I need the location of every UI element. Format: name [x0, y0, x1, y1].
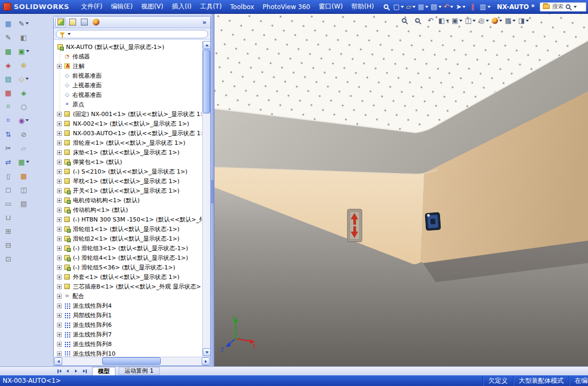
expand-toggle[interactable] [57, 342, 62, 347]
expand-toggle[interactable] [57, 121, 62, 126]
left-toolbar-button[interactable]: ◫ [17, 183, 30, 196]
rebuild-button[interactable]: ‖ [467, 2, 478, 12]
left-toolbar-button[interactable]: ▤ [2, 72, 15, 85]
tree-item[interactable]: 滑轮座<1> (默认<<默认>_显示状态 1>) [54, 138, 202, 147]
left-toolbar-button[interactable]: ⊕ [17, 59, 30, 71]
left-toolbar-button[interactable]: ⇄ [2, 155, 15, 168]
tree-item[interactable]: 局部线性阵列1 [54, 310, 202, 320]
tree-item[interactable]: 派生线性阵列7 [54, 330, 202, 339]
left-toolbar-button[interactable]: ⇅ [2, 128, 15, 141]
left-toolbar-button[interactable]: ▦ [2, 86, 15, 99]
scroll-down-button[interactable] [203, 348, 211, 356]
prev-tab-button[interactable] [63, 367, 72, 375]
left-toolbar-button[interactable]: ⊞ [2, 225, 15, 237]
tree-item[interactable]: (-) HTBN 300 S3M -150<1> (默认<<默认>_外 [54, 215, 202, 224]
tree-item[interactable]: 传感器 [54, 52, 202, 61]
tree-item[interactable]: 弹簧包<1> (默认) [54, 157, 202, 167]
first-tab-button[interactable] [55, 367, 63, 375]
left-toolbar-button[interactable]: ▣ [17, 45, 30, 58]
menu-item[interactable]: 视图(V) [137, 1, 168, 13]
menu-item[interactable]: 帮助(H) [347, 1, 378, 13]
expand-toggle[interactable] [57, 284, 62, 289]
left-toolbar-button[interactable]: ▤ [17, 197, 30, 210]
left-toolbar-button[interactable]: ⊟ [2, 239, 15, 251]
select-button[interactable]: ➤ [454, 2, 467, 12]
expand-toggle[interactable] [57, 275, 62, 280]
expand-toggle[interactable] [57, 150, 62, 155]
tree-item[interactable]: 派生线性阵列8 [54, 339, 202, 349]
power-socket-component[interactable] [425, 212, 441, 231]
expand-toggle[interactable] [57, 217, 62, 222]
graphics-area[interactable]: Y X Z ↶◧▣◫◎▦◨ [214, 14, 588, 366]
search-box[interactable]: 搜索 [540, 2, 586, 12]
3d-model-view[interactable]: Y X Z [214, 14, 588, 366]
expand-toggle[interactable] [57, 160, 62, 165]
view-settings-button[interactable]: ◨ [518, 15, 529, 26]
tree-horizontal-scrollbar[interactable] [54, 357, 210, 365]
left-toolbar-button[interactable]: ◧ [17, 31, 30, 44]
tree-item[interactable]: NX-002<1> (默认<<默认>_显示状态 1>) [54, 119, 202, 128]
print-button[interactable]: ▤ [429, 2, 442, 12]
tree-item[interactable]: 琴枕<1> (默认<<默认>_显示状态 1>) [54, 176, 202, 186]
expand-toggle[interactable] [57, 227, 62, 232]
view-orientation-button[interactable]: ▣ [451, 15, 463, 26]
menu-item[interactable]: 编辑(E) [106, 1, 137, 13]
next-tab-button[interactable] [72, 367, 80, 375]
expand-toggle[interactable] [57, 294, 62, 299]
expand-toggle[interactable] [57, 208, 62, 212]
menu-item[interactable]: 窗口(W) [314, 1, 347, 13]
left-toolbar-button[interactable]: ◉ [17, 114, 30, 127]
tree-item[interactable]: 注解 [54, 61, 202, 71]
tree-item[interactable]: 派生线性阵列4 [54, 301, 202, 310]
tree-item[interactable]: 外套<1> (默认<<默认>_显示状态 1>) [54, 272, 202, 282]
menu-item[interactable]: 文件(F) [77, 1, 106, 13]
scroll-up-button[interactable] [203, 41, 211, 49]
left-toolbar-button[interactable]: ⊡ [2, 252, 15, 265]
tree-item[interactable]: 右视基准面 [54, 90, 202, 100]
panel-flyout-button[interactable]: » [200, 19, 209, 26]
menu-item[interactable]: 工具(T) [196, 1, 226, 13]
tree-item[interactable]: (-) 滑轮组3<1> (默认<默认_显示状态-1>) [54, 243, 202, 253]
expand-toggle[interactable] [57, 303, 62, 308]
tab-model[interactable]: 模型 [92, 367, 115, 375]
expand-toggle[interactable] [57, 188, 62, 193]
expand-toggle[interactable] [57, 64, 62, 69]
tab-motion-study-1[interactable]: 运动算例 1 [119, 367, 160, 375]
tree-vertical-scrollbar[interactable] [202, 41, 210, 356]
left-toolbar-button[interactable]: ○ [17, 100, 30, 113]
expand-toggle[interactable] [57, 112, 62, 117]
section-view-button[interactable]: ◧ [438, 15, 450, 26]
expand-toggle[interactable] [57, 179, 62, 184]
expand-toggle[interactable] [57, 246, 62, 251]
tree-item[interactable]: 开关<1> (默认<<默认>_显示状态 1>) [54, 186, 202, 195]
tree-item[interactable]: (固定) NX-001<1> (默认<<默认>_显示状态 1> [54, 109, 202, 119]
expand-toggle[interactable] [57, 313, 62, 318]
tree-item[interactable]: (-) 滑轮组5<36> (默认_显示状态-1>) [54, 262, 202, 272]
scroll-left-button[interactable] [54, 357, 62, 365]
zoom-to-area-button[interactable] [411, 15, 423, 26]
switch-component[interactable] [347, 209, 362, 242]
expand-toggle[interactable] [57, 256, 62, 260]
tree-item[interactable]: 派生线性阵列10 [54, 349, 202, 356]
left-toolbar-button[interactable]: ✎ [17, 17, 30, 30]
horizontal-scrollbar-thumb[interactable] [102, 357, 161, 365]
featuremanager-tab[interactable] [55, 18, 66, 27]
left-toolbar-button[interactable]: ◈ [2, 59, 15, 71]
configurationmanager-tab[interactable] [79, 18, 89, 27]
left-toolbar-button[interactable]: ▩ [2, 45, 15, 58]
expand-toggle[interactable] [57, 323, 62, 327]
tree-item[interactable]: 三芯插座B<1> (默认<<默认>_外观 显示状态> [54, 282, 202, 291]
tree-item[interactable]: 原点 [54, 100, 202, 109]
open-button[interactable]: ▱ [405, 2, 417, 12]
menu-item[interactable]: PhotoView 360 [259, 2, 314, 12]
expand-toggle[interactable] [57, 131, 62, 136]
expand-toggle[interactable] [57, 265, 62, 270]
scroll-right-button[interactable] [202, 357, 210, 365]
expand-toggle[interactable] [57, 141, 62, 145]
expand-toggle[interactable] [57, 236, 62, 241]
tree-filter-input[interactable] [56, 30, 208, 38]
left-toolbar-button[interactable]: ✂ [2, 142, 15, 154]
options-button[interactable]: ▥ [478, 2, 491, 12]
menu-item[interactable]: 插入(I) [168, 1, 196, 13]
tree-root-item[interactable]: NX-AUTO (默认<默认_显示状态-1>) [54, 42, 202, 52]
